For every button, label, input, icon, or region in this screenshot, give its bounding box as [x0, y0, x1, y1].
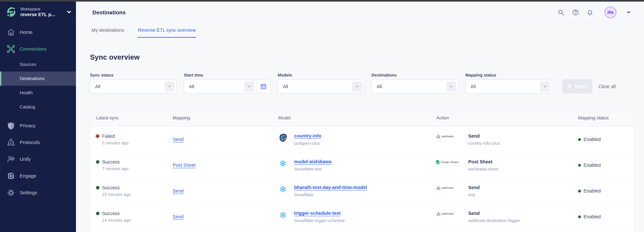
tab-my-destinations[interactable]: My destinations — [91, 27, 125, 38]
action-subtitle: webhook-destination-trigger — [468, 218, 520, 223]
filter-label: Start time — [184, 72, 270, 78]
start-time-select[interactable]: All — [184, 80, 270, 93]
postgres-icon — [278, 133, 288, 143]
sidebar-item-connections[interactable]: Connections — [0, 41, 76, 57]
sidebar-item-home[interactable]: Home — [0, 24, 76, 41]
sidebar-item-protocols[interactable]: Protocols — [0, 134, 76, 151]
bell-icon[interactable] — [586, 9, 593, 16]
clear-all-link[interactable]: Clear all — [598, 84, 616, 89]
column-header-model: Model — [278, 115, 436, 121]
sidebar: Workspace reverse ETL p... Home Connecti… — [0, 1, 76, 232]
calendar-icon[interactable] — [256, 80, 270, 93]
models-select[interactable]: All — [278, 80, 364, 93]
mapping-link[interactable]: Send — [173, 188, 184, 194]
chevron-down-icon — [446, 81, 456, 92]
sidebar-item-label: Privacy — [20, 123, 36, 128]
selected-value: All — [283, 84, 288, 89]
sidebar-item-unify[interactable]: Unify — [0, 151, 76, 168]
table-row: Success 14 minutes ago Send ❄ trigger-sc… — [90, 204, 634, 230]
workspace-switcher[interactable]: Workspace reverse ETL p... — [0, 1, 76, 17]
model-link[interactable]: country-info — [294, 133, 321, 138]
mapping-status: Enabled — [584, 137, 601, 142]
filters-bar: Sync status All Start time All — [90, 72, 644, 93]
action-subtitle: aishikawa-sheet — [468, 167, 498, 172]
shield-icon — [6, 121, 16, 130]
model-subtitle: Snowflake-trigger-schedule — [294, 218, 345, 223]
sidebar-item-destinations[interactable]: Destinations — [0, 71, 76, 86]
destinations-select[interactable]: All — [372, 80, 458, 93]
sync-time: 14 minutes ago — [102, 218, 173, 223]
selected-value: All — [189, 84, 194, 89]
sidebar-item-engage[interactable]: Engage — [0, 168, 76, 184]
sidebar-item-sources[interactable]: Sources — [0, 57, 76, 71]
model-link[interactable]: bharath-test-day-and-time-model — [294, 185, 367, 190]
sidebar-item-settings[interactable]: Settings — [0, 184, 76, 201]
filter-label: Destinations — [372, 72, 458, 78]
action-subtitle: tmp — [468, 192, 480, 197]
tab-reverse-etl-sync-overview[interactable]: Reverse ETL sync overview — [138, 27, 196, 38]
chevron-down-icon — [352, 81, 362, 92]
selected-value: All — [377, 84, 382, 89]
sidebar-item-label: Home — [20, 29, 32, 35]
chevron-down-icon — [244, 81, 254, 92]
column-header-mapping: Mapping — [173, 115, 278, 121]
vendor-name: webhooks — [442, 186, 454, 190]
mapping-status: Enabled — [584, 214, 601, 220]
webhooks-logo: webhooks — [436, 134, 464, 139]
chevron-down-icon — [540, 81, 550, 92]
section-heading: Sync overview — [90, 53, 644, 61]
help-icon[interactable] — [572, 9, 579, 16]
failed-status-icon — [95, 134, 100, 138]
account-chevron-down-icon[interactable] — [626, 10, 631, 15]
column-header-mapping-status: Mapping status — [578, 115, 634, 121]
google-sheets-logo: Google Sheets — [436, 160, 464, 164]
success-status-icon — [96, 160, 100, 164]
sidebar-item-label: Health — [20, 90, 33, 95]
avatar[interactable]: RN — [605, 6, 616, 18]
sidebar-item-catalog[interactable]: Catalog — [0, 100, 76, 114]
filter-label: Sync status — [90, 72, 176, 78]
action-title: Send — [468, 211, 520, 216]
action-title: Send — [468, 185, 480, 191]
filter-destinations: Destinations All — [372, 72, 458, 93]
webhooks-logo: webhooks — [436, 212, 464, 216]
sync-time: 5 minutes ago — [102, 141, 173, 146]
search-icon[interactable] — [558, 9, 564, 16]
sidebar-item-health[interactable]: Health — [0, 86, 76, 100]
main-content: Destinations RN My destinations Reverse … — [76, 1, 644, 232]
mapping-status: Enabled — [584, 163, 601, 168]
mapping-status: Enabled — [584, 188, 601, 194]
sidebar-item-label: Unify — [20, 156, 31, 162]
mapping-status-select[interactable]: All — [465, 80, 552, 93]
filters-divider — [90, 100, 634, 100]
workspace-name: reverse ETL p... — [20, 11, 65, 17]
model-subtitle: postgres-citus — [294, 141, 321, 146]
enabled-status-icon — [578, 164, 581, 167]
model-link[interactable]: model-aishikawa — [294, 159, 332, 164]
success-status-icon — [96, 186, 100, 190]
tab-bar: My destinations Reverse ETL sync overvie… — [76, 23, 644, 38]
sync-time: 10 minutes ago — [102, 192, 173, 197]
column-header-action: Action — [436, 115, 578, 121]
gear-icon — [6, 188, 16, 197]
mapping-link[interactable]: Send — [173, 214, 184, 219]
mapping-link[interactable]: Post Sheet — [173, 163, 196, 168]
sidebar-item-privacy[interactable]: Privacy — [0, 117, 76, 134]
table-row: Success 10 minutes ago Send ❄ bharath-te… — [90, 178, 634, 204]
connections-icon — [6, 44, 16, 53]
model-link[interactable]: trigger-schedule-test — [294, 211, 340, 216]
snowflake-icon: ❄ — [278, 211, 288, 220]
apply-button[interactable]: Apply — [562, 79, 592, 93]
enabled-status-icon — [578, 138, 581, 141]
filter-models: Models All — [278, 72, 364, 93]
mapping-link[interactable]: Send — [173, 137, 184, 142]
engage-icon — [6, 171, 16, 181]
workspace-chevron-down-icon[interactable] — [66, 9, 72, 15]
model-subtitle: Snowflake — [294, 192, 367, 197]
sync-status-select[interactable]: All — [90, 80, 176, 93]
success-status-icon — [96, 212, 100, 215]
enabled-status-icon — [578, 216, 581, 218]
snowflake-icon: ❄ — [278, 159, 288, 168]
vendor-name: webhooks — [442, 212, 454, 216]
sidebar-item-label: Protocols — [20, 140, 40, 145]
